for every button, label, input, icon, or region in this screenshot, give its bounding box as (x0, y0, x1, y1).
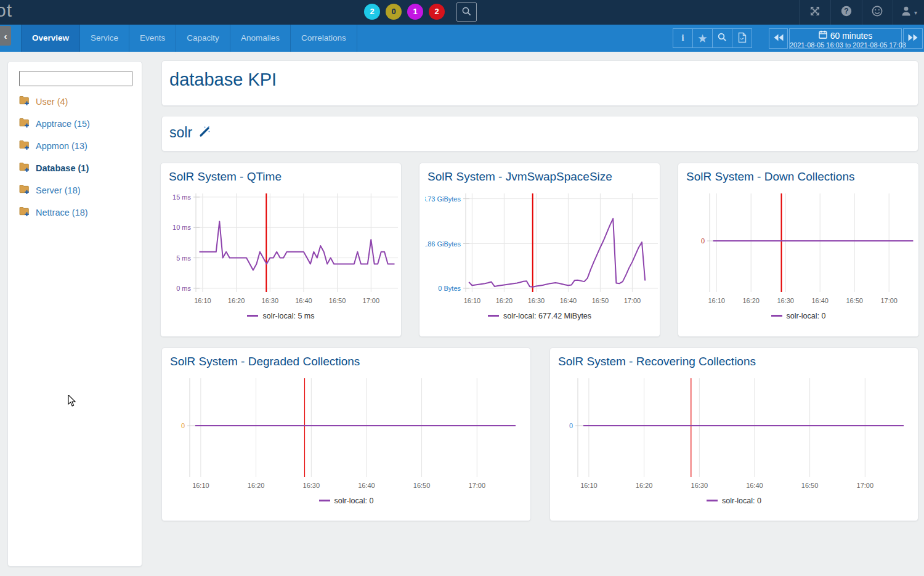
sidebar-item-user[interactable]: User (4) (19, 96, 90, 107)
fullscreen-button[interactable] (799, 0, 830, 25)
component-filter-input[interactable] (19, 71, 132, 86)
svg-text:10 ms: 10 ms (172, 224, 191, 231)
svg-text:16:40: 16:40 (295, 297, 312, 304)
tab-overview[interactable]: Overview (21, 25, 80, 52)
chart-legend: solr-local: 0 (686, 312, 910, 320)
sidebar-item-database[interactable]: Database (1) (19, 163, 90, 173)
svg-text:16:40: 16:40 (746, 482, 763, 489)
legend-swatch (319, 500, 330, 501)
folder-plus-icon (19, 206, 31, 219)
chart-title: SolR System - Recovering Collections (558, 355, 910, 368)
global-search-button[interactable] (456, 2, 477, 22)
line-chart[interactable]: 016:1016:2016:3016:4016:5017:00 (168, 373, 522, 497)
chart-card-down-collections: SolR System - Down Collections 016:1016:… (678, 163, 919, 337)
svg-text:0: 0 (181, 422, 185, 429)
svg-text:16:30: 16:30 (303, 482, 320, 489)
svg-text:16:20: 16:20 (742, 297, 760, 304)
svg-text:16:30: 16:30 (777, 297, 794, 304)
svg-text:16:10: 16:10 (580, 482, 598, 489)
legend-label: solr-local: 0 (334, 497, 374, 505)
chart-card-jvmswapspacesize: SolR System - JvmSwapSpaceSize 0 Bytes1.… (419, 163, 660, 337)
svg-text:0 Bytes: 0 Bytes (438, 285, 461, 292)
chart-legend: solr-local: 5 ms (169, 312, 393, 320)
help-button[interactable]: ? (830, 0, 862, 25)
legend-label: solr-local: 0 (722, 497, 761, 505)
svg-text:16:50: 16:50 (801, 482, 819, 489)
sidebar-item-server[interactable]: Server (18) (19, 185, 90, 195)
collapse-sidebar-button[interactable]: ‹ (0, 26, 11, 46)
sidebar-item-label: User (4) (36, 97, 68, 107)
svg-text:16:20: 16:20 (248, 482, 265, 489)
svg-text:0: 0 (569, 422, 573, 429)
user-menu-button[interactable]: ▾ (893, 0, 924, 25)
topbar-icon-group: ? ▾ (799, 0, 924, 25)
tab-anomalies[interactable]: Anomalies (230, 25, 291, 52)
svg-text:0 ms: 0 ms (176, 285, 191, 292)
fast-forward-icon (907, 33, 918, 44)
group-title-card: solr (161, 116, 918, 152)
navbar: ‹ Overview Service Events Capacity Anoma… (0, 25, 924, 52)
user-icon (900, 5, 912, 20)
svg-text:16:40: 16:40 (560, 297, 577, 304)
svg-text:16:50: 16:50 (413, 482, 431, 489)
svg-text:16:10: 16:10 (708, 297, 725, 304)
component-sidebar: User (4) Apptrace (15) Appmon (13) Datab… (7, 61, 142, 567)
zoom-search-button[interactable] (712, 28, 732, 48)
alarm-badge-cyan[interactable]: 2 (364, 4, 380, 20)
line-chart[interactable]: 0 Bytes1.86 GiBytes3.73 GiBytes16:1016:2… (425, 189, 652, 312)
sidebar-item-nettrace[interactable]: Nettrace (18) (19, 207, 90, 217)
svg-text:16:30: 16:30 (528, 297, 545, 304)
sidebar-item-label: Apptrace (15) (36, 119, 90, 129)
svg-text:17:00: 17:00 (880, 297, 898, 304)
calendar-icon (819, 30, 827, 41)
svg-text:16:20: 16:20 (636, 482, 653, 489)
folder-plus-icon (19, 118, 31, 130)
chart-legend: solr-local: 677.42 MiBytes (428, 312, 652, 320)
svg-text:16:10: 16:10 (192, 482, 209, 489)
tab-events[interactable]: Events (129, 25, 176, 52)
time-back-button[interactable] (769, 28, 788, 49)
export-pdf-button[interactable] (732, 28, 752, 48)
page: ot 2 0 1 2 ? (0, 0, 924, 576)
group-title: solr (169, 124, 192, 141)
sidebar-item-apptrace[interactable]: Apptrace (15) (19, 118, 90, 129)
tab-correlations[interactable]: Correlations (291, 25, 357, 52)
magic-wand-edit-icon[interactable] (198, 124, 210, 141)
time-forward-button[interactable] (903, 28, 923, 49)
chart-title: SolR System - Down Collections (686, 170, 910, 184)
time-range-label: 60 minutes (830, 31, 872, 41)
line-chart[interactable]: 016:1016:2016:3016:4016:5017:00 (684, 189, 910, 312)
favorite-button[interactable]: ★ (692, 28, 713, 48)
svg-text:16:50: 16:50 (592, 297, 609, 304)
sidebar-item-label: Server (18) (36, 185, 81, 195)
legend-label: solr-local: 0 (787, 312, 826, 320)
info-button[interactable]: i (673, 28, 693, 48)
folder-plus-icon (19, 95, 31, 108)
sidebar-item-label: Database (1) (36, 163, 89, 173)
chart-card-qtime: SolR System - QTime 0 ms5 ms10 ms15 ms16… (160, 163, 402, 337)
alarm-badge-magenta[interactable]: 1 (407, 4, 423, 20)
alarm-badges: 2 0 1 2 (364, 4, 445, 20)
line-chart[interactable]: 016:1016:2016:3016:4016:5017:00 (556, 373, 910, 497)
line-chart[interactable]: 0 ms5 ms10 ms15 ms16:1016:2016:3016:4016… (166, 189, 393, 312)
alarm-badge-olive[interactable]: 0 (386, 4, 402, 20)
star-icon: ★ (698, 33, 707, 44)
svg-text:16:50: 16:50 (846, 297, 863, 304)
alarm-badge-red[interactable]: 2 (429, 4, 445, 20)
time-range-detail: 2021-08-05 16:03 to 2021-08-05 17:03 (790, 41, 901, 49)
chart-title: SolR System - QTime (169, 170, 393, 184)
tab-capacity[interactable]: Capacity (176, 25, 230, 52)
feedback-button[interactable] (862, 0, 893, 25)
sidebar-item-appmon[interactable]: Appmon (13) (19, 140, 90, 151)
legend-swatch (488, 315, 499, 317)
legend-swatch (247, 315, 258, 317)
chart-card-degraded-collections: SolR System - Degraded Collections 016:1… (161, 347, 531, 521)
svg-text:3.73 GiBytes: 3.73 GiBytes (425, 195, 461, 203)
rewind-icon (773, 33, 784, 44)
pdf-file-icon (737, 32, 747, 45)
svg-text:16:20: 16:20 (496, 297, 513, 304)
fullscreen-icon (809, 5, 821, 20)
chevron-down-icon: ▾ (914, 9, 917, 16)
tab-service[interactable]: Service (80, 25, 129, 52)
time-range-selector[interactable]: 60 minutes 2021-08-05 16:03 to 2021-08-0… (789, 28, 902, 49)
